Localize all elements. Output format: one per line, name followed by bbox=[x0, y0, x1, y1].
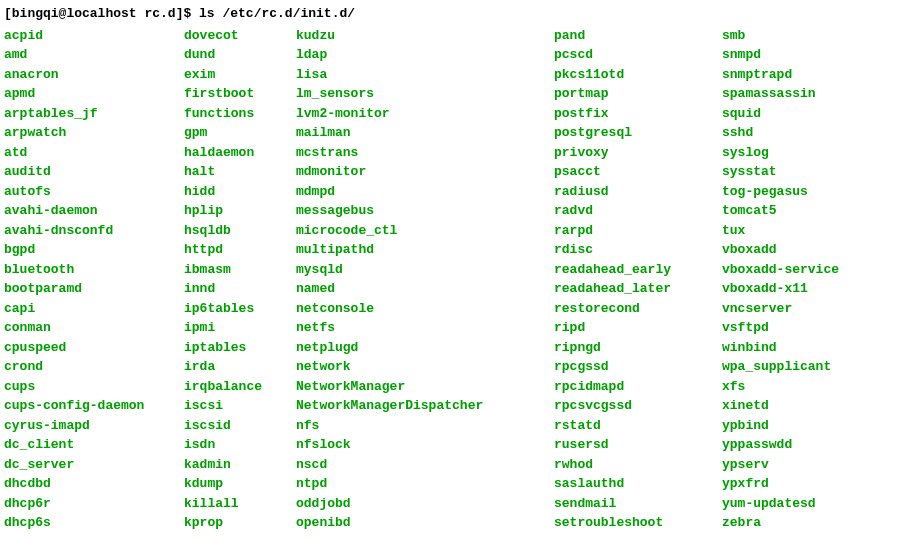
file-entry: lisa bbox=[296, 65, 554, 85]
file-entry: irda bbox=[184, 357, 296, 377]
file-entry: iscsi bbox=[184, 396, 296, 416]
listing-column-2: dovecotdundeximfirstbootfunctionsgpmhald… bbox=[184, 26, 296, 533]
file-entry: dc_client bbox=[4, 435, 184, 455]
file-entry: dhcp6r bbox=[4, 494, 184, 514]
file-entry: tux bbox=[722, 221, 839, 241]
file-entry: vboxadd bbox=[722, 240, 839, 260]
file-entry: yum-updatesd bbox=[722, 494, 839, 514]
file-entry: exim bbox=[184, 65, 296, 85]
file-entry: pkcs11otd bbox=[554, 65, 722, 85]
file-entry: lm_sensors bbox=[296, 84, 554, 104]
file-entry: crond bbox=[4, 357, 184, 377]
file-entry: restorecond bbox=[554, 299, 722, 319]
file-entry: tomcat5 bbox=[722, 201, 839, 221]
file-entry: winbind bbox=[722, 338, 839, 358]
file-entry: dc_server bbox=[4, 455, 184, 475]
file-entry: killall bbox=[184, 494, 296, 514]
file-entry: hidd bbox=[184, 182, 296, 202]
file-entry: microcode_ctl bbox=[296, 221, 554, 241]
file-entry: netconsole bbox=[296, 299, 554, 319]
file-entry: postgresql bbox=[554, 123, 722, 143]
file-entry: pand bbox=[554, 26, 722, 46]
file-entry: iscsid bbox=[184, 416, 296, 436]
file-entry: tog-pegasus bbox=[722, 182, 839, 202]
file-entry: syslog bbox=[722, 143, 839, 163]
file-entry: firstboot bbox=[184, 84, 296, 104]
file-entry: avahi-dnsconfd bbox=[4, 221, 184, 241]
file-entry: lvm2-monitor bbox=[296, 104, 554, 124]
file-entry: iptables bbox=[184, 338, 296, 358]
file-entry: postfix bbox=[554, 104, 722, 124]
file-entry: pcscd bbox=[554, 45, 722, 65]
file-entry: cups bbox=[4, 377, 184, 397]
file-entry: spamassassin bbox=[722, 84, 839, 104]
file-entry: squid bbox=[722, 104, 839, 124]
file-entry: mysqld bbox=[296, 260, 554, 280]
file-entry: netfs bbox=[296, 318, 554, 338]
file-entry: ripd bbox=[554, 318, 722, 338]
file-entry: nfslock bbox=[296, 435, 554, 455]
file-entry: dovecot bbox=[184, 26, 296, 46]
file-entry: amd bbox=[4, 45, 184, 65]
file-entry: avahi-daemon bbox=[4, 201, 184, 221]
file-entry: snmpd bbox=[722, 45, 839, 65]
file-entry: bgpd bbox=[4, 240, 184, 260]
file-entry: kadmin bbox=[184, 455, 296, 475]
file-entry: ipmi bbox=[184, 318, 296, 338]
file-entry: hplip bbox=[184, 201, 296, 221]
listing-column-3: kudzuldaplisalm_sensorslvm2-monitormailm… bbox=[296, 26, 554, 533]
file-entry: hsqldb bbox=[184, 221, 296, 241]
file-entry: NetworkManagerDispatcher bbox=[296, 396, 554, 416]
file-entry: innd bbox=[184, 279, 296, 299]
file-entry: ip6tables bbox=[184, 299, 296, 319]
file-entry: haldaemon bbox=[184, 143, 296, 163]
file-entry: dhcp6s bbox=[4, 513, 184, 533]
file-entry: ypxfrd bbox=[722, 474, 839, 494]
file-entry: rpcsvcgssd bbox=[554, 396, 722, 416]
file-entry: mdmonitor bbox=[296, 162, 554, 182]
file-entry: arpwatch bbox=[4, 123, 184, 143]
file-entry: bluetooth bbox=[4, 260, 184, 280]
file-entry: ldap bbox=[296, 45, 554, 65]
file-entry: isdn bbox=[184, 435, 296, 455]
file-entry: auditd bbox=[4, 162, 184, 182]
file-entry: rdisc bbox=[554, 240, 722, 260]
file-entry: mdmpd bbox=[296, 182, 554, 202]
file-entry: NetworkManager bbox=[296, 377, 554, 397]
file-entry: portmap bbox=[554, 84, 722, 104]
file-entry: dhcdbd bbox=[4, 474, 184, 494]
file-entry: anacron bbox=[4, 65, 184, 85]
file-entry: nfs bbox=[296, 416, 554, 436]
file-entry: radvd bbox=[554, 201, 722, 221]
file-entry: dund bbox=[184, 45, 296, 65]
file-entry: autofs bbox=[4, 182, 184, 202]
file-entry: rstatd bbox=[554, 416, 722, 436]
file-entry: rwhod bbox=[554, 455, 722, 475]
file-entry: saslauthd bbox=[554, 474, 722, 494]
file-entry: radiusd bbox=[554, 182, 722, 202]
file-entry: readahead_early bbox=[554, 260, 722, 280]
file-entry: cyrus-imapd bbox=[4, 416, 184, 436]
shell-prompt: [bingqi@localhost rc.d]$ ls /etc/rc.d/in… bbox=[4, 4, 910, 24]
file-entry: capi bbox=[4, 299, 184, 319]
file-entry: apmd bbox=[4, 84, 184, 104]
listing-column-5: smbsnmpdsnmptrapdspamassassinsquidsshdsy… bbox=[722, 26, 839, 533]
file-entry: privoxy bbox=[554, 143, 722, 163]
file-entry: network bbox=[296, 357, 554, 377]
listing-column-1: acpidamdanacronapmdarptables_jfarpwatcha… bbox=[4, 26, 184, 533]
file-entry: readahead_later bbox=[554, 279, 722, 299]
file-entry: sshd bbox=[722, 123, 839, 143]
file-entry: arptables_jf bbox=[4, 104, 184, 124]
file-entry: openibd bbox=[296, 513, 554, 533]
file-entry: mcstrans bbox=[296, 143, 554, 163]
file-entry: xfs bbox=[722, 377, 839, 397]
file-entry: gpm bbox=[184, 123, 296, 143]
file-entry: setroubleshoot bbox=[554, 513, 722, 533]
file-entry: psacct bbox=[554, 162, 722, 182]
file-entry: yppasswdd bbox=[722, 435, 839, 455]
file-entry: ibmasm bbox=[184, 260, 296, 280]
file-entry: wpa_supplicant bbox=[722, 357, 839, 377]
file-entry: vboxadd-service bbox=[722, 260, 839, 280]
file-entry: atd bbox=[4, 143, 184, 163]
file-entry: sendmail bbox=[554, 494, 722, 514]
